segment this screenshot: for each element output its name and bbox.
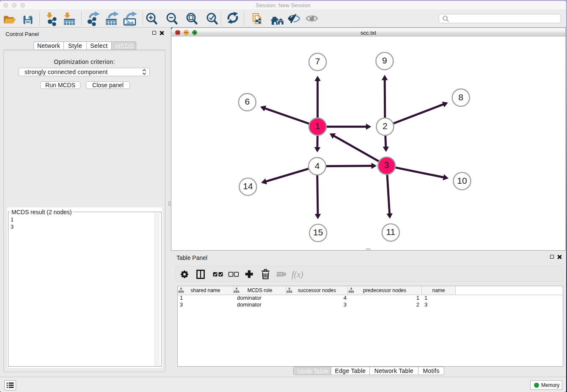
- svg-text:11: 11: [386, 227, 395, 237]
- svg-text:4: 4: [315, 161, 320, 171]
- svg-text:3: 3: [384, 160, 389, 170]
- svg-text:8: 8: [458, 92, 463, 102]
- svg-text:2: 2: [383, 121, 388, 131]
- svg-text:1: 1: [315, 121, 320, 131]
- svg-text:10: 10: [457, 176, 467, 185]
- svg-text:14: 14: [243, 181, 253, 191]
- svg-text:9: 9: [382, 55, 387, 65]
- svg-text:7: 7: [315, 56, 320, 66]
- svg-text:15: 15: [313, 227, 323, 237]
- svg-text:f(x): f(x): [292, 270, 303, 279]
- svg-text:6: 6: [245, 97, 250, 106]
